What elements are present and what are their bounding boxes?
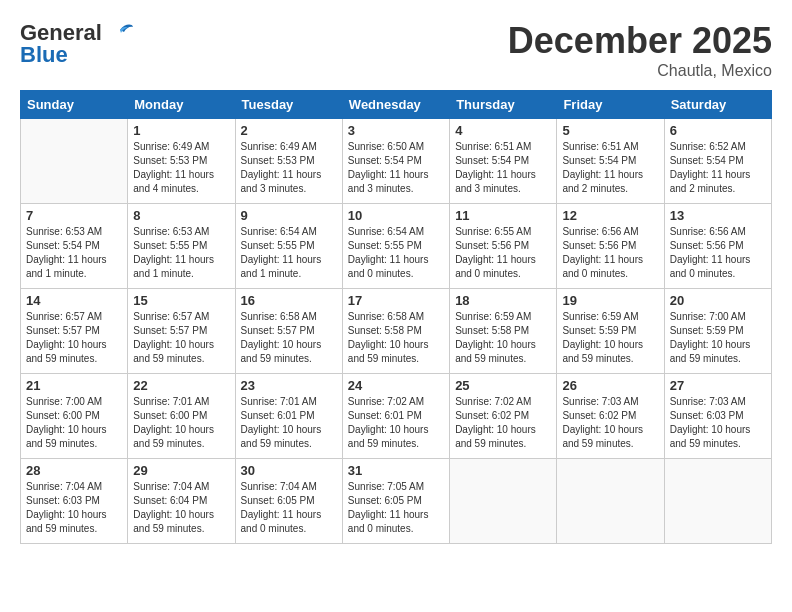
day-number: 24	[348, 378, 444, 393]
day-info: Sunrise: 6:59 AMSunset: 5:59 PMDaylight:…	[562, 310, 658, 366]
calendar-cell	[664, 459, 771, 544]
calendar-cell: 19 Sunrise: 6:59 AMSunset: 5:59 PMDaylig…	[557, 289, 664, 374]
day-info: Sunrise: 7:04 AMSunset: 6:05 PMDaylight:…	[241, 480, 337, 536]
day-number: 17	[348, 293, 444, 308]
day-info: Sunrise: 6:56 AMSunset: 5:56 PMDaylight:…	[562, 225, 658, 281]
day-info: Sunrise: 6:53 AMSunset: 5:54 PMDaylight:…	[26, 225, 122, 281]
col-sunday: Sunday	[21, 91, 128, 119]
day-number: 4	[455, 123, 551, 138]
calendar-cell: 31 Sunrise: 7:05 AMSunset: 6:05 PMDaylig…	[342, 459, 449, 544]
day-info: Sunrise: 6:56 AMSunset: 5:56 PMDaylight:…	[670, 225, 766, 281]
calendar-cell: 18 Sunrise: 6:59 AMSunset: 5:58 PMDaylig…	[450, 289, 557, 374]
calendar-cell: 3 Sunrise: 6:50 AMSunset: 5:54 PMDayligh…	[342, 119, 449, 204]
day-number: 22	[133, 378, 229, 393]
day-info: Sunrise: 6:57 AMSunset: 5:57 PMDaylight:…	[133, 310, 229, 366]
day-number: 7	[26, 208, 122, 223]
day-number: 10	[348, 208, 444, 223]
day-info: Sunrise: 6:49 AMSunset: 5:53 PMDaylight:…	[241, 140, 337, 196]
day-info: Sunrise: 7:05 AMSunset: 6:05 PMDaylight:…	[348, 480, 444, 536]
day-number: 16	[241, 293, 337, 308]
day-info: Sunrise: 6:58 AMSunset: 5:58 PMDaylight:…	[348, 310, 444, 366]
day-info: Sunrise: 6:55 AMSunset: 5:56 PMDaylight:…	[455, 225, 551, 281]
day-info: Sunrise: 6:54 AMSunset: 5:55 PMDaylight:…	[348, 225, 444, 281]
col-wednesday: Wednesday	[342, 91, 449, 119]
calendar-cell: 13 Sunrise: 6:56 AMSunset: 5:56 PMDaylig…	[664, 204, 771, 289]
day-number: 5	[562, 123, 658, 138]
col-thursday: Thursday	[450, 91, 557, 119]
calendar-cell: 12 Sunrise: 6:56 AMSunset: 5:56 PMDaylig…	[557, 204, 664, 289]
day-number: 21	[26, 378, 122, 393]
calendar-cell: 1 Sunrise: 6:49 AMSunset: 5:53 PMDayligh…	[128, 119, 235, 204]
logo-bird-icon	[106, 22, 134, 44]
calendar-cell: 28 Sunrise: 7:04 AMSunset: 6:03 PMDaylig…	[21, 459, 128, 544]
day-number: 9	[241, 208, 337, 223]
calendar-cell: 20 Sunrise: 7:00 AMSunset: 5:59 PMDaylig…	[664, 289, 771, 374]
day-info: Sunrise: 6:54 AMSunset: 5:55 PMDaylight:…	[241, 225, 337, 281]
calendar-cell: 27 Sunrise: 7:03 AMSunset: 6:03 PMDaylig…	[664, 374, 771, 459]
page-subtitle: Chautla, Mexico	[508, 62, 772, 80]
day-number: 27	[670, 378, 766, 393]
day-info: Sunrise: 7:03 AMSunset: 6:02 PMDaylight:…	[562, 395, 658, 451]
day-info: Sunrise: 6:53 AMSunset: 5:55 PMDaylight:…	[133, 225, 229, 281]
day-number: 23	[241, 378, 337, 393]
day-number: 12	[562, 208, 658, 223]
day-info: Sunrise: 7:04 AMSunset: 6:03 PMDaylight:…	[26, 480, 122, 536]
day-number: 20	[670, 293, 766, 308]
day-info: Sunrise: 7:00 AMSunset: 6:00 PMDaylight:…	[26, 395, 122, 451]
calendar-cell: 21 Sunrise: 7:00 AMSunset: 6:00 PMDaylig…	[21, 374, 128, 459]
day-info: Sunrise: 7:00 AMSunset: 5:59 PMDaylight:…	[670, 310, 766, 366]
col-tuesday: Tuesday	[235, 91, 342, 119]
calendar-cell: 11 Sunrise: 6:55 AMSunset: 5:56 PMDaylig…	[450, 204, 557, 289]
day-info: Sunrise: 7:02 AMSunset: 6:01 PMDaylight:…	[348, 395, 444, 451]
title-block: December 2025 Chautla, Mexico	[508, 20, 772, 80]
day-number: 14	[26, 293, 122, 308]
day-info: Sunrise: 6:49 AMSunset: 5:53 PMDaylight:…	[133, 140, 229, 196]
calendar-cell	[450, 459, 557, 544]
day-info: Sunrise: 6:59 AMSunset: 5:58 PMDaylight:…	[455, 310, 551, 366]
logo: General Blue	[20, 20, 134, 68]
calendar-cell: 9 Sunrise: 6:54 AMSunset: 5:55 PMDayligh…	[235, 204, 342, 289]
week-row-5: 28 Sunrise: 7:04 AMSunset: 6:03 PMDaylig…	[21, 459, 772, 544]
week-row-4: 21 Sunrise: 7:00 AMSunset: 6:00 PMDaylig…	[21, 374, 772, 459]
calendar-header-row: Sunday Monday Tuesday Wednesday Thursday…	[21, 91, 772, 119]
calendar-cell: 30 Sunrise: 7:04 AMSunset: 6:05 PMDaylig…	[235, 459, 342, 544]
day-number: 15	[133, 293, 229, 308]
week-row-3: 14 Sunrise: 6:57 AMSunset: 5:57 PMDaylig…	[21, 289, 772, 374]
calendar-cell: 4 Sunrise: 6:51 AMSunset: 5:54 PMDayligh…	[450, 119, 557, 204]
col-friday: Friday	[557, 91, 664, 119]
day-info: Sunrise: 7:03 AMSunset: 6:03 PMDaylight:…	[670, 395, 766, 451]
day-number: 30	[241, 463, 337, 478]
page-header: General Blue December 2025 Chautla, Mexi…	[20, 20, 772, 80]
day-number: 1	[133, 123, 229, 138]
day-info: Sunrise: 6:51 AMSunset: 5:54 PMDaylight:…	[562, 140, 658, 196]
day-info: Sunrise: 7:02 AMSunset: 6:02 PMDaylight:…	[455, 395, 551, 451]
day-number: 18	[455, 293, 551, 308]
day-number: 8	[133, 208, 229, 223]
calendar-cell: 8 Sunrise: 6:53 AMSunset: 5:55 PMDayligh…	[128, 204, 235, 289]
day-number: 11	[455, 208, 551, 223]
calendar-cell: 24 Sunrise: 7:02 AMSunset: 6:01 PMDaylig…	[342, 374, 449, 459]
day-number: 25	[455, 378, 551, 393]
day-number: 3	[348, 123, 444, 138]
calendar-cell: 2 Sunrise: 6:49 AMSunset: 5:53 PMDayligh…	[235, 119, 342, 204]
calendar-cell: 23 Sunrise: 7:01 AMSunset: 6:01 PMDaylig…	[235, 374, 342, 459]
calendar-cell: 17 Sunrise: 6:58 AMSunset: 5:58 PMDaylig…	[342, 289, 449, 374]
day-info: Sunrise: 6:51 AMSunset: 5:54 PMDaylight:…	[455, 140, 551, 196]
day-number: 6	[670, 123, 766, 138]
day-number: 31	[348, 463, 444, 478]
day-info: Sunrise: 7:01 AMSunset: 6:01 PMDaylight:…	[241, 395, 337, 451]
calendar-cell	[21, 119, 128, 204]
week-row-2: 7 Sunrise: 6:53 AMSunset: 5:54 PMDayligh…	[21, 204, 772, 289]
day-number: 19	[562, 293, 658, 308]
day-number: 13	[670, 208, 766, 223]
page-title: December 2025	[508, 20, 772, 62]
calendar-table: Sunday Monday Tuesday Wednesday Thursday…	[20, 90, 772, 544]
calendar-cell: 25 Sunrise: 7:02 AMSunset: 6:02 PMDaylig…	[450, 374, 557, 459]
calendar-cell: 16 Sunrise: 6:58 AMSunset: 5:57 PMDaylig…	[235, 289, 342, 374]
calendar-cell: 29 Sunrise: 7:04 AMSunset: 6:04 PMDaylig…	[128, 459, 235, 544]
day-number: 28	[26, 463, 122, 478]
calendar-cell: 26 Sunrise: 7:03 AMSunset: 6:02 PMDaylig…	[557, 374, 664, 459]
col-monday: Monday	[128, 91, 235, 119]
calendar-cell: 22 Sunrise: 7:01 AMSunset: 6:00 PMDaylig…	[128, 374, 235, 459]
day-info: Sunrise: 7:01 AMSunset: 6:00 PMDaylight:…	[133, 395, 229, 451]
